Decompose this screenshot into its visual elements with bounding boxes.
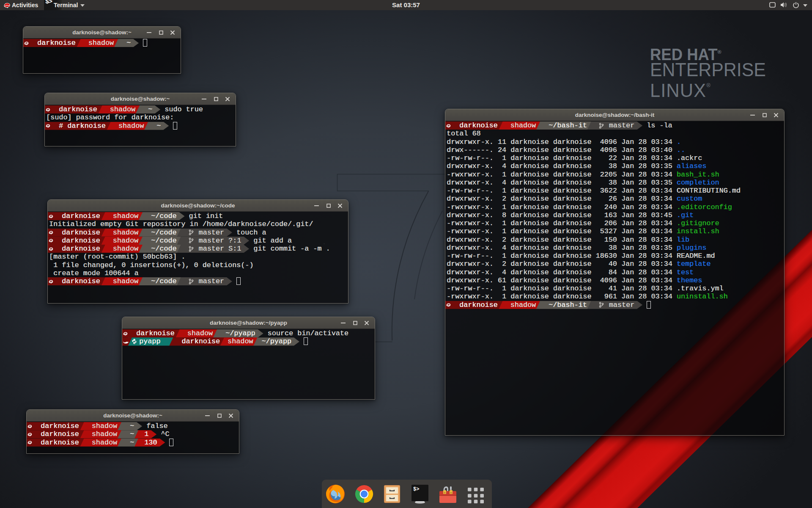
svg-text:$>: $>	[413, 486, 419, 492]
